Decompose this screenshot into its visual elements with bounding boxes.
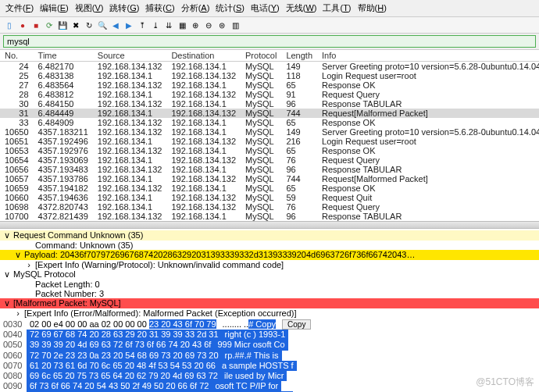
menu-item[interactable]: 帮助(H) [355,2,389,15]
hex-row[interactable]: 005039 39 39 20 4d 69 63 72 6f 73 6f 66 … [0,340,539,350]
packet-list-pane[interactable]: No.TimeSourceDestinationProtocolLengthIn… [0,50,539,229]
packet-row[interactable]: 106594357.194182192.168.134.132192.168.1… [0,184,539,193]
menu-item[interactable]: 电话(Y) [248,2,282,15]
column-header[interactable]: Protocol [241,50,281,62]
toggle-icon[interactable]: ∨ [3,230,11,241]
packet-row[interactable]: 106574357.193786192.168.134.1192.168.134… [0,174,539,184]
detail-line[interactable]: ∨ Payload: 20436f70797269676874202863292… [0,250,539,260]
hex-row[interactable]: 008069 6c 65 20 75 73 65 64 20 62 79 20 … [0,371,539,381]
column-header[interactable]: Source [93,50,167,62]
filter-bar [0,34,539,50]
next-icon[interactable]: ▶ [123,19,135,31]
packet-row[interactable]: 306.484150192.168.134.132192.168.134.1My… [0,99,539,109]
menu-item[interactable]: 文件(F) [3,2,36,15]
packet-details-pane[interactable]: ∨ Request Command Unknown (35) Command: … [0,230,539,318]
detail-line[interactable]: ∨ [Malformed Packet: MySQL] [0,298,539,308]
hex-row[interactable]: 004072 69 67 68 74 20 28 63 29 20 31 39 … [0,330,539,340]
packet-row[interactable]: 256.483138192.168.134.1192.168.134.132My… [0,71,539,80]
reload-icon[interactable]: ↻ [83,19,95,31]
detail-line[interactable]: ∨ MySQL Protocol [0,269,539,280]
column-header[interactable]: Destination [166,50,241,62]
zoom-reset-icon[interactable]: ⊜ [216,19,228,31]
detail-line[interactable]: Packet Length: 0 [0,280,539,289]
menu-item[interactable]: 工具(T) [320,2,353,15]
packet-tbody: 246.482170192.168.134.132192.168.134.1My… [0,62,539,222]
detail-line[interactable]: › [Expert Info (Error/Malformed): Malfor… [0,308,539,318]
record-icon[interactable]: ● [16,19,29,31]
column-header[interactable]: Time [34,50,93,62]
toggle-icon[interactable]: › [25,260,33,269]
watermark: @51CTO博客 [476,376,534,389]
zoom-out-icon[interactable]: ⊖ [202,19,215,31]
menu-item[interactable]: 分析(A) [179,2,212,15]
menu-item[interactable]: 统计(S) [213,2,247,15]
menu-item[interactable]: 视图(V) [73,2,106,15]
detail-line[interactable]: › [Expert Info (Warning/Protocol): Unkno… [0,260,539,269]
packet-row[interactable]: 286.483812192.168.134.1192.168.134.132My… [0,90,539,99]
menu-item[interactable]: 捕获(C) [143,2,177,15]
toolbar: ▯ ● ■ ⟳ 💾 ✖ ↻ 🔍 ◀ ▶ ⤒ ⤓ ⇊ ▦ ⊕ ⊖ ⊜ ▥ [0,17,539,34]
column-header[interactable]: No. [0,50,34,62]
column-header[interactable]: Info [317,50,539,62]
column-header[interactable]: Length [281,50,317,62]
toggle-icon[interactable]: ∨ [14,250,22,260]
toggle-icon[interactable]: › [14,308,22,318]
packet-row[interactable]: 316.484449192.168.134.1192.168.134.132My… [0,109,539,118]
toggle-icon[interactable]: ∨ [3,298,11,308]
packet-row[interactable]: 106504357.183211192.168.134.132192.168.1… [0,127,539,137]
packet-row[interactable]: 106534357.192976192.168.134.132192.168.1… [0,146,539,155]
packet-row[interactable]: 246.482170192.168.134.132192.168.134.1My… [0,62,539,72]
autoscroll-icon[interactable]: ⇊ [162,19,175,31]
detail-line[interactable]: ∨ Request Command Unknown (35) [0,230,539,241]
hex-row[interactable]: 00906f 73 6f 66 74 20 54 43 50 2f 49 50 … [0,381,539,391]
jump-top-icon[interactable]: ⤒ [136,19,148,31]
restart-icon[interactable]: ⟳ [43,19,55,31]
menu-item[interactable]: 跳转(G) [107,2,141,15]
hex-pane[interactable]: 003002 00 e4 00 00 aa 02 00 00 00 23 20 … [0,319,539,392]
packet-row[interactable]: 107004372.821439192.168.134.132192.168.1… [0,212,539,221]
packet-row[interactable]: 106564357.193483192.168.134.132192.168.1… [0,165,539,174]
hex-row[interactable]: 007061 20 73 61 6d 70 6c 65 20 48 4f 53 … [0,361,539,371]
packet-row[interactable]: 336.484909192.168.134.132192.168.134.1My… [0,118,539,127]
packet-row[interactable]: 106544357.193069192.168.134.1192.168.134… [0,155,539,165]
hex-row[interactable]: 006072 70 2e 23 23 0a 23 20 54 68 69 73 … [0,351,539,361]
color-icon[interactable]: ▥ [229,19,241,31]
stop-icon[interactable]: ■ [30,19,42,31]
display-filter-input[interactable] [3,35,536,48]
copy-button[interactable]: Copy [282,319,311,330]
zoom-in-icon[interactable]: ⊕ [189,19,202,31]
packet-row[interactable]: 106604357.194636192.168.134.1192.168.134… [0,193,539,202]
detail-line[interactable]: Packet Number: 3 [0,289,539,298]
prev-icon[interactable]: ◀ [109,19,122,31]
packet-header-row[interactable]: No.TimeSourceDestinationProtocolLengthIn… [0,50,539,62]
close-icon[interactable]: ✖ [70,19,82,31]
detail-line[interactable]: Command: Unknown (35) [0,241,539,250]
packet-row[interactable]: 276.483564192.168.134.132192.168.134.1My… [0,80,539,90]
hex-row[interactable]: 003002 00 e4 00 00 aa 02 00 00 00 23 20 … [0,319,539,330]
file-icon[interactable]: ▯ [3,19,16,31]
h-scrollbar[interactable] [0,221,539,229]
menu-item[interactable]: 无线(W) [284,2,319,15]
menu-bar: 文件(F)编辑(E)视图(V)跳转(G)捕获(C)分析(A)统计(S)电话(Y)… [0,0,539,17]
packet-row[interactable]: 106984372.820743192.168.134.1192.168.134… [0,202,539,212]
packet-row[interactable]: 106514357.192496192.168.134.1192.168.134… [0,137,539,146]
menu-item[interactable]: 编辑(E) [37,2,71,15]
layout-icon[interactable]: ▦ [176,19,188,31]
search-icon[interactable]: 🔍 [96,19,109,31]
jump-bottom-icon[interactable]: ⤓ [149,19,162,31]
toggle-icon[interactable]: ∨ [3,269,11,280]
save-icon[interactable]: 💾 [56,19,69,31]
